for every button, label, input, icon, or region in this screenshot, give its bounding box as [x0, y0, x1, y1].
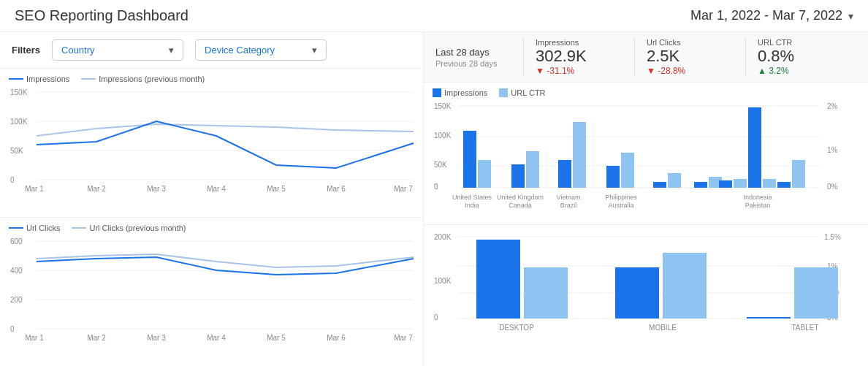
- impressions-legend-previous: Impressions (previous month): [99, 75, 205, 83]
- impressions-stat: Impressions 302.9K ▼ -31.1%: [523, 38, 634, 76]
- svg-rect-48: [621, 153, 634, 188]
- svg-rect-44: [526, 151, 539, 188]
- url-ctr-stat-value: 0.8%: [758, 47, 845, 66]
- svg-rect-43: [511, 164, 525, 188]
- svg-text:India: India: [465, 202, 479, 209]
- svg-text:Canada: Canada: [509, 202, 532, 209]
- url-ctr-stat: URL CTR 0.8% ▲ 3.2%: [745, 38, 856, 76]
- impressions-chart: Impressions Impressions (previous month)…: [0, 69, 423, 217]
- svg-text:50K: 50K: [434, 161, 447, 169]
- svg-text:Mar 5: Mar 5: [267, 185, 286, 193]
- impressions-stat-change: ▼ -31.1%: [536, 66, 623, 76]
- url-ctr-stat-change: ▲ 3.2%: [758, 66, 845, 76]
- url-ctr-stat-name: URL CTR: [758, 38, 845, 47]
- date-range-text: Mar 1, 2022 - Mar 7, 2022: [690, 8, 842, 23]
- svg-rect-41: [463, 131, 476, 188]
- svg-text:Vietnam: Vietnam: [557, 194, 581, 201]
- url-clicks-stat-change: ▼ -28.8%: [647, 66, 734, 76]
- svg-text:600: 600: [10, 237, 23, 245]
- svg-rect-84: [747, 317, 791, 319]
- svg-text:2%: 2%: [827, 102, 838, 110]
- svg-rect-81: [524, 267, 568, 319]
- svg-text:Mar 4: Mar 4: [207, 334, 226, 342]
- svg-rect-55: [748, 107, 761, 188]
- svg-text:Indonesia: Indonesia: [743, 194, 772, 201]
- svg-text:1.5%: 1.5%: [824, 233, 841, 241]
- svg-text:Mar 2: Mar 2: [87, 185, 106, 193]
- svg-text:Mar 7: Mar 7: [394, 334, 413, 342]
- svg-text:Mar 5: Mar 5: [267, 334, 286, 342]
- svg-text:Philippines: Philippines: [605, 194, 637, 201]
- svg-rect-45: [558, 160, 571, 188]
- url-clicks-legend-previous: Url Clicks (previous month): [89, 224, 186, 232]
- svg-text:Mar 1: Mar 1: [25, 334, 44, 342]
- svg-text:Australia: Australia: [608, 202, 633, 209]
- svg-text:200: 200: [10, 296, 23, 304]
- svg-text:United Kingdom: United Kingdom: [497, 194, 544, 201]
- svg-text:Mar 6: Mar 6: [327, 185, 346, 193]
- svg-text:Mar 1: Mar 1: [25, 185, 44, 193]
- device-category-dropdown-label: Device Category: [205, 45, 275, 56]
- country-dropdown[interactable]: Country ▾: [52, 39, 183, 61]
- svg-rect-50: [668, 173, 681, 188]
- device-category-dropdown[interactable]: Device Category ▾: [195, 39, 327, 61]
- impressions-legend: Impressions Impressions (previous month): [9, 75, 414, 83]
- svg-text:MOBILE: MOBILE: [649, 324, 677, 332]
- device-category-dropdown-arrow: ▾: [312, 45, 317, 56]
- svg-text:Brazil: Brazil: [560, 202, 577, 209]
- svg-text:Mar 7: Mar 7: [394, 185, 413, 193]
- svg-text:100K: 100K: [434, 277, 452, 285]
- filters-label: Filters: [12, 45, 40, 56]
- svg-rect-47: [606, 166, 620, 188]
- country-legend-impressions: Impressions: [444, 88, 487, 97]
- svg-text:0%: 0%: [827, 183, 838, 191]
- url-clicks-legend-current: Url Clicks: [26, 224, 60, 232]
- svg-text:Mar 4: Mar 4: [207, 185, 226, 193]
- svg-rect-83: [663, 253, 707, 319]
- svg-text:1%: 1%: [827, 146, 838, 154]
- chevron-down-icon: ▾: [848, 10, 853, 22]
- url-clicks-stat-value: 2.5K: [647, 47, 734, 66]
- svg-rect-58: [792, 160, 805, 188]
- url-clicks-legend: Url Clicks Url Clicks (previous month): [9, 224, 414, 232]
- svg-rect-46: [573, 122, 586, 188]
- country-legend-url-ctr: URL CTR: [511, 88, 545, 97]
- impressions-legend-current: Impressions: [26, 75, 69, 83]
- country-bar-chart: Impressions URL CTR 150K 100K 50K 0 2% 1…: [424, 83, 868, 224]
- svg-text:150K: 150K: [434, 102, 452, 110]
- period-previous-label: Previous 28 days: [435, 59, 523, 68]
- svg-text:DESKTOP: DESKTOP: [499, 324, 534, 332]
- svg-rect-57: [777, 182, 791, 188]
- impressions-stat-value: 302.9K: [536, 47, 623, 66]
- svg-text:TABLET: TABLET: [791, 324, 818, 332]
- svg-rect-85: [794, 267, 838, 319]
- url-clicks-chart: Url Clicks Url Clicks (previous month) 6…: [0, 218, 423, 366]
- country-dropdown-arrow: ▾: [169, 45, 174, 56]
- device-bar-chart: 200K 100K 0 1.5% 1% 0.5% 0%: [424, 225, 868, 367]
- country-dropdown-label: Country: [61, 45, 95, 56]
- svg-text:Mar 6: Mar 6: [327, 334, 346, 342]
- svg-text:100K: 100K: [10, 118, 28, 126]
- svg-text:Mar 3: Mar 3: [147, 185, 166, 193]
- svg-rect-53: [719, 180, 732, 188]
- svg-text:400: 400: [10, 267, 23, 275]
- date-range[interactable]: Mar 1, 2022 - Mar 7, 2022 ▾: [690, 8, 853, 23]
- svg-text:200K: 200K: [434, 233, 452, 241]
- svg-rect-56: [763, 179, 776, 188]
- svg-rect-80: [476, 240, 520, 319]
- svg-text:0: 0: [10, 325, 15, 333]
- url-clicks-stat-name: Url Clicks: [647, 38, 734, 47]
- svg-rect-54: [734, 179, 747, 188]
- svg-rect-49: [653, 182, 666, 188]
- url-clicks-stat: Url Clicks 2.5K ▼ -28.8%: [634, 38, 745, 76]
- country-chart-legend: Impressions URL CTR: [433, 88, 859, 97]
- svg-rect-82: [615, 267, 659, 319]
- svg-text:100K: 100K: [434, 131, 452, 140]
- filters-bar: Filters Country ▾ Device Category ▾: [0, 32, 423, 69]
- svg-text:150K: 150K: [10, 88, 28, 96]
- svg-text:50K: 50K: [10, 147, 23, 155]
- svg-text:Mar 2: Mar 2: [87, 334, 106, 342]
- svg-text:Pakistan: Pakistan: [745, 202, 771, 209]
- svg-text:0: 0: [434, 183, 438, 191]
- stats-row: Last 28 days Previous 28 days Impression…: [424, 32, 868, 83]
